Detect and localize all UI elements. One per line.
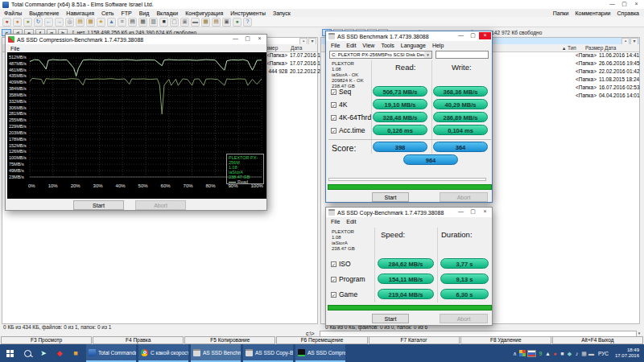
minimize-icon[interactable]: — (606, 1, 618, 8)
settings-icon[interactable]: ● (233, 18, 242, 27)
minimize-icon[interactable]: — (455, 32, 467, 39)
pinned-app-store[interactable]: ■ (68, 344, 84, 362)
fkey-button-f6[interactable]: F6 Перемещение (276, 336, 367, 344)
language-indicator[interactable]: РУС (596, 351, 611, 356)
search-icon[interactable]: ◎ (65, 18, 74, 27)
pinned-app-red[interactable]: ◆ (52, 344, 68, 362)
tc-menu-item-вид[interactable]: Вид (139, 10, 150, 16)
close-icon[interactable]: × (630, 1, 642, 8)
clock[interactable]: 18:49 17.07.2016 (613, 348, 642, 359)
detail-view-icon[interactable]: ▤ (128, 18, 137, 27)
taskbar-app-total-commander[interactable]: Total Commander (... (86, 344, 136, 362)
compression-start-button[interactable]: Start (73, 200, 124, 210)
tc-menu-item-ftp[interactable]: FTP (122, 10, 132, 16)
disconnect-icon[interactable]: ● (13, 18, 22, 27)
compression-menu-item-file[interactable]: File (10, 46, 19, 51)
tc-menu-item-конфигурация[interactable]: Конфигурация (185, 10, 223, 16)
maximize-icon[interactable]: ▢ (467, 208, 479, 216)
close-icon[interactable]: × (479, 32, 491, 39)
calc-icon[interactable]: ▣ (180, 18, 189, 27)
connect-icon[interactable]: ● (2, 18, 11, 27)
checkbox-checked-icon[interactable]: ✓ (331, 292, 336, 298)
taskbar-app-browser-speed-page[interactable]: С какой скорость... (138, 344, 188, 362)
ftp-icon[interactable]: ● (23, 18, 32, 27)
benchmark-menu-item-help[interactable]: Help (432, 43, 444, 48)
checkbox-checked-icon[interactable]: ✓ (331, 115, 336, 121)
tray-color-grid-icon[interactable] (519, 350, 526, 357)
list-view-icon[interactable]: ≡ (118, 18, 126, 27)
help-icon[interactable]: ? (243, 18, 252, 27)
maximize-icon[interactable]: ▢ (242, 35, 254, 43)
notepad-icon[interactable]: ▢ (170, 18, 179, 27)
minimize-icon[interactable]: — (229, 35, 242, 43)
benchmark-abort-button[interactable]: Abort (440, 192, 488, 202)
maximize-icon[interactable]: ▢ (618, 1, 630, 8)
terminal-icon[interactable]: ■ (159, 18, 168, 27)
fkey-button-f7[interactable]: F7 Каталог (369, 336, 460, 344)
checkbox-checked-icon[interactable]: ✓ (331, 128, 336, 134)
checkbox-checked-icon[interactable]: ✓ (331, 277, 336, 282)
benchmark-menu-item-tools[interactable]: Tools (381, 43, 394, 48)
search-button[interactable] (19, 344, 35, 362)
favorites-icon[interactable]: ★ (97, 18, 105, 27)
checkbox-checked-icon[interactable]: ✓ (331, 102, 336, 108)
mail-icon[interactable]: ▬ (191, 18, 200, 27)
taskbar-app-as-ssd-benchmark[interactable]: AS SSD Benchmark ... (191, 344, 241, 362)
folders-icon[interactable]: ▦ (86, 18, 95, 27)
tree-view-icon[interactable]: ▦ (138, 18, 147, 27)
checkbox-checked-icon[interactable]: ✓ (331, 261, 336, 267)
tc-menu-item-папки[interactable]: Папки (553, 10, 569, 16)
copy-start-button[interactable]: Start (372, 314, 409, 323)
fkey-button-f8[interactable]: F8 Удаление (460, 336, 551, 344)
back-icon[interactable]: ← (44, 18, 53, 27)
tc-menu-item-справка[interactable]: Справка (617, 10, 639, 16)
empty-field[interactable] (436, 51, 489, 59)
tray-music-icon[interactable]: ♪ (574, 350, 580, 357)
column-size[interactable]: Размер (585, 45, 603, 51)
refresh-icon[interactable]: ↻ (34, 18, 43, 27)
tray-ru-flag-icon[interactable] (527, 350, 536, 357)
copy-abort-button[interactable]: Abort (440, 314, 488, 323)
command-history-icon[interactable]: ▾ (636, 331, 642, 336)
maximize-icon[interactable]: ▢ (467, 32, 479, 39)
start-button[interactable] (0, 344, 19, 362)
tc-menu-item-комментарии[interactable]: Комментарии (575, 10, 610, 16)
print-icon[interactable]: ▣ (222, 18, 231, 27)
tc-menu-item-навигация[interactable]: Навигация (66, 10, 94, 16)
benchmark-start-button[interactable]: Start (372, 192, 409, 202)
quick-view-icon[interactable]: ▥ (149, 18, 158, 27)
tc-menu-item-вкладки[interactable]: Вкладки (156, 10, 178, 16)
fkey-button-f3[interactable]: F3 Просмотр (1, 336, 92, 344)
fkey-button-f4[interactable]: F4 Правка (93, 336, 184, 344)
tray-card-icon[interactable]: ■ (559, 350, 565, 357)
tc-menu-item-инструменты[interactable]: Инструменты (230, 10, 266, 16)
tray-diamond-icon[interactable]: ◆ (567, 350, 572, 357)
taskbar-app-as-ssd-copy-benchmark[interactable]: AS SSD Copy-Benc... (243, 344, 293, 362)
copy-menu-item-file[interactable]: File (331, 219, 340, 224)
fkey-button-f5[interactable]: F5 Копирование (184, 336, 275, 344)
pinned-app-mail[interactable]: ➤ (35, 344, 52, 362)
tray-pointer-icon[interactable]: ▲ (545, 350, 551, 357)
tray-red-badge-icon[interactable]: ● (552, 350, 558, 357)
close-icon[interactable]: × (254, 35, 266, 43)
drive-select[interactable]: C: PLEXTOR PX-256M5Pro SCSI Disk Devic ▾ (329, 51, 432, 59)
pack-icon[interactable]: ▦ (201, 18, 210, 27)
tray-mail-icon[interactable]: ▬ (588, 350, 594, 357)
tc-menu-item-файлы[interactable]: Файлы (4, 10, 22, 16)
tray-grid-icon[interactable]: ▦ (581, 350, 587, 357)
home-icon[interactable]: ▲ (107, 18, 116, 27)
benchmark-menu-item-view[interactable]: View (362, 43, 374, 48)
tc-menu-item-запуск[interactable]: Запуск (273, 10, 291, 16)
column-date[interactable]: Дата (291, 45, 302, 51)
compression-abort-button[interactable]: Abort (135, 200, 186, 210)
tc-menu-item-выделение[interactable]: Выделение (29, 10, 59, 16)
copy-menu-item-edit[interactable]: Edit (346, 219, 356, 224)
unpack-icon[interactable]: ▤ (212, 18, 221, 27)
column-date[interactable]: Дата (605, 45, 616, 51)
folder-tree-icon[interactable]: ▤ (76, 18, 85, 27)
benchmark-menu-item-edit[interactable]: Edit (346, 43, 356, 48)
tray-num-9-icon[interactable]: 9 (538, 350, 543, 357)
tc-menu-item-сеть[interactable]: Сеть (101, 10, 114, 16)
taskbar-app-as-ssd-compression[interactable]: AS SSD Compressio... (295, 344, 345, 362)
tray-expand-icon[interactable]: ∧ (512, 350, 518, 357)
